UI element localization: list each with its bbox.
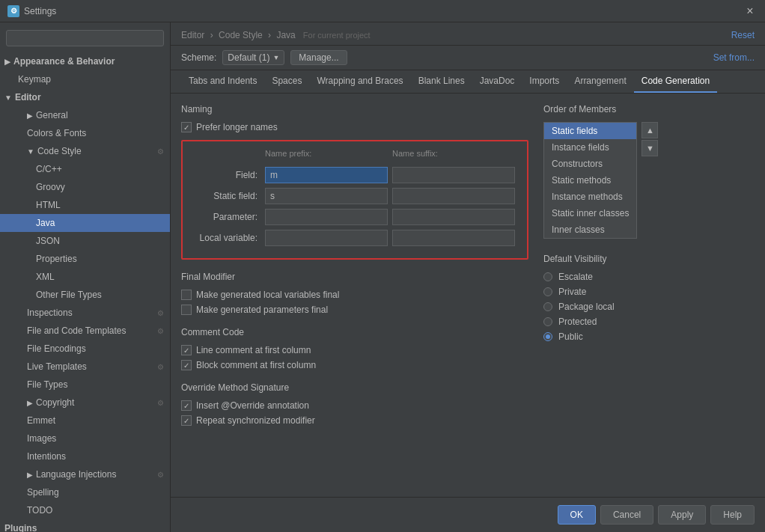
- field-label: Field:: [190, 170, 265, 180]
- radio-private[interactable]: [543, 287, 552, 296]
- comment-code-checkbox-0[interactable]: ✓: [181, 345, 192, 355]
- override-method-checkbox-1[interactable]: ✓: [181, 415, 192, 426]
- sidebar-item-file-encodings[interactable]: File Encodings: [0, 340, 170, 358]
- gear-icon: ⚙: [157, 325, 164, 337]
- sidebar-item-code-style[interactable]: ▼ Code Style ⚙: [0, 142, 170, 160]
- sidebar-label: Copyright: [36, 396, 74, 409]
- member-item-4[interactable]: Instance methods: [544, 189, 636, 205]
- radio-row-protected: Protected: [543, 317, 761, 327]
- tab-blank-lines[interactable]: Blank Lines: [411, 70, 472, 93]
- move-up-button[interactable]: ▲: [641, 122, 658, 138]
- name-fields-box: Name prefix: Name suffix: Field: Static …: [181, 140, 528, 260]
- sidebar-item-java[interactable]: Java: [0, 214, 170, 232]
- main-container: ▶ Appearance & Behavior Keymap ▼ Editor …: [0, 22, 765, 532]
- radio-escalate[interactable]: [543, 272, 552, 281]
- sidebar-item-lang-injections[interactable]: ▶ Language Injections ⚙: [0, 465, 170, 483]
- sidebar-item-intentions[interactable]: Intentions: [0, 447, 170, 465]
- tab-code-generation[interactable]: Code Generation: [634, 70, 717, 93]
- member-item-5[interactable]: Static inner classes: [544, 205, 636, 221]
- sidebar-item-other-file-types[interactable]: Other File Types: [0, 286, 170, 304]
- sidebar-item-todo[interactable]: TODO: [0, 501, 170, 519]
- override-method-checkbox-0[interactable]: ✓: [181, 400, 192, 411]
- tab-tabs-indents[interactable]: Tabs and Indents: [181, 70, 264, 93]
- col-empty: [190, 149, 265, 158]
- sidebar-item-plugins[interactable]: Plugins: [0, 519, 170, 532]
- prefer-longer-checkbox[interactable]: ✓: [181, 122, 192, 132]
- set-from-link[interactable]: Set from...: [713, 52, 755, 63]
- radio-escalate-label: Escalate: [558, 272, 593, 282]
- member-item-1[interactable]: Instance fields: [544, 139, 636, 156]
- sidebar-item-editor[interactable]: ▼ Editor: [0, 88, 170, 106]
- final-modifier-checkbox-1[interactable]: [181, 305, 192, 315]
- sidebar-item-live-templates[interactable]: Live Templates ⚙: [0, 358, 170, 376]
- sidebar-item-cpp[interactable]: C/C++: [0, 160, 170, 178]
- sidebar-item-copyright[interactable]: ▶ Copyright ⚙: [0, 394, 170, 412]
- sidebar-label: JSON: [36, 234, 60, 248]
- scheme-select[interactable]: Default (1) ▼: [222, 50, 284, 65]
- sidebar-item-file-types[interactable]: File Types: [0, 376, 170, 394]
- arrow-icon: ▶: [4, 56, 10, 67]
- field-prefix-input[interactable]: [265, 167, 388, 183]
- sidebar-item-html[interactable]: HTML: [0, 196, 170, 214]
- sidebar-item-colors-fonts[interactable]: Colors & Fonts: [0, 124, 170, 142]
- comment-code-checkbox-1[interactable]: ✓: [181, 360, 192, 370]
- sidebar-label: C/C++: [36, 162, 62, 176]
- name-row-parameter: Parameter:: [190, 209, 519, 225]
- sidebar-item-emmet[interactable]: Emmet: [0, 412, 170, 429]
- sidebar-item-appearance[interactable]: ▶ Appearance & Behavior: [0, 52, 170, 70]
- final-modifier-checkbox-0[interactable]: [181, 290, 192, 300]
- parameter-prefix-input[interactable]: [265, 209, 388, 225]
- arrow-icon: ▼: [4, 92, 12, 103]
- sidebar-item-general[interactable]: ▶ General: [0, 106, 170, 124]
- tab-wrapping-braces[interactable]: Wrapping and Braces: [309, 70, 410, 93]
- sidebar-item-inspections[interactable]: Inspections ⚙: [0, 304, 170, 322]
- field-suffix-input[interactable]: [392, 167, 515, 183]
- radio-package-local[interactable]: [543, 302, 552, 311]
- scheme-value: Default (1): [228, 52, 269, 63]
- help-button[interactable]: Help: [710, 505, 755, 525]
- ok-button[interactable]: OK: [558, 505, 596, 525]
- member-item-6[interactable]: Inner classes: [544, 221, 636, 238]
- radio-public[interactable]: [543, 332, 552, 341]
- move-down-button[interactable]: ▼: [641, 140, 658, 156]
- sidebar-item-json[interactable]: JSON: [0, 232, 170, 250]
- sidebar-item-file-code-templates[interactable]: File and Code Templates ⚙: [0, 322, 170, 340]
- sidebar-item-images[interactable]: Images: [0, 429, 170, 447]
- tab-arrangement[interactable]: Arrangement: [567, 70, 633, 93]
- local-variable-suffix-input[interactable]: [392, 230, 515, 246]
- member-item-3[interactable]: Static methods: [544, 172, 636, 189]
- sidebar-label: Appearance & Behavior: [13, 55, 115, 68]
- title-bar: ⚙ Settings ×: [0, 0, 765, 22]
- sidebar-item-spelling[interactable]: Spelling: [0, 483, 170, 501]
- sidebar-item-keymap[interactable]: Keymap: [0, 70, 170, 88]
- radio-private-label: Private: [558, 287, 586, 297]
- manage-button[interactable]: Manage...: [290, 50, 347, 65]
- close-button[interactable]: ×: [743, 4, 758, 19]
- sidebar-label: Keymap: [18, 73, 51, 86]
- sidebar-item-xml[interactable]: XML: [0, 268, 170, 286]
- members-controls: ▲ ▼: [641, 122, 658, 156]
- apply-button[interactable]: Apply: [658, 505, 706, 525]
- tab-javadoc[interactable]: JavaDoc: [472, 70, 522, 93]
- gear-icon: ⚙: [157, 146, 164, 157]
- sidebar-label: Intentions: [27, 450, 66, 463]
- cancel-button[interactable]: Cancel: [600, 505, 653, 525]
- static-field-suffix-input[interactable]: [392, 188, 515, 204]
- radio-protected[interactable]: [543, 317, 552, 326]
- override-method-option-0: ✓ Insert @Override annotation: [181, 400, 528, 411]
- sidebar-item-properties[interactable]: Properties: [0, 250, 170, 268]
- tab-spaces[interactable]: Spaces: [264, 70, 309, 93]
- gear-icon: ⚙: [157, 397, 164, 409]
- gear-icon: ⚙: [157, 308, 164, 319]
- member-item-0[interactable]: Static fields: [544, 123, 636, 139]
- local-variable-prefix-input[interactable]: [265, 230, 388, 246]
- member-item-2[interactable]: Constructors: [544, 156, 636, 172]
- tab-imports[interactable]: Imports: [522, 70, 567, 93]
- sidebar-item-groovy[interactable]: Groovy: [0, 178, 170, 196]
- sidebar-label: XML: [36, 270, 55, 284]
- parameter-suffix-input[interactable]: [392, 209, 515, 225]
- arrow-icon: ▶: [27, 397, 33, 409]
- static-field-prefix-input[interactable]: [265, 188, 388, 204]
- search-input[interactable]: [6, 30, 164, 46]
- reset-link[interactable]: Reset: [731, 30, 755, 40]
